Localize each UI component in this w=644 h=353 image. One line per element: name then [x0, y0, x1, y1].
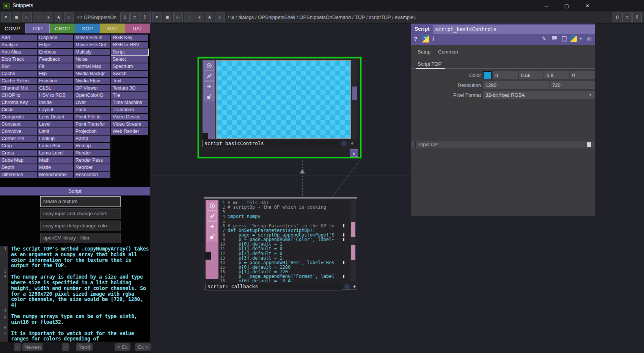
tab-dat[interactable]: DAT [125, 24, 150, 33]
operator-convolve[interactable]: Convolve [0, 128, 37, 135]
snippet-copy-input-delay-change-colo[interactable]: copy input delay change colo [40, 221, 121, 231]
operator-feedback[interactable]: Feedback [38, 56, 73, 63]
operator-chop-to[interactable]: CHOP to [0, 92, 37, 99]
operator-monochrome[interactable]: Monochrome [38, 172, 73, 178]
tab-comp[interactable]: COMP [0, 24, 25, 33]
maximize-button[interactable]: ▢ [557, 0, 576, 11]
star-icon-2[interactable]: ★ [205, 13, 214, 22]
operator-movie-file-out[interactable]: Movie File Out [74, 42, 110, 48]
operator-emboss[interactable]: Emboss [38, 49, 73, 55]
scrollbar-thumb[interactable] [352, 87, 357, 100]
operator-switch[interactable]: Switch [111, 71, 148, 77]
operator-web-render[interactable]: Web Render [111, 128, 148, 135]
operator-point-file-in[interactable]: Point File In [74, 114, 110, 120]
scrollbar-thumb[interactable] [351, 222, 355, 237]
operator-layout[interactable]: Layout [38, 107, 73, 113]
resolution-h-field[interactable]: 720 [550, 81, 595, 89]
operator-over[interactable]: Over [74, 99, 110, 106]
operator-blob-track[interactable]: Blob Track [0, 56, 37, 63]
operator-channel-mix[interactable]: Channel Mix [0, 85, 37, 91]
clipboard-icon[interactable] [561, 35, 567, 43]
operator-select[interactable]: Select [111, 56, 148, 63]
back-icon-2[interactable]: ⇦ [173, 13, 183, 22]
viewer-active-icon[interactable] [204, 61, 214, 71]
resolution-label[interactable]: Resolution [416, 82, 481, 88]
operator-cross[interactable]: Cross [0, 150, 37, 156]
op-name-field[interactable]: script_basicControls [433, 25, 595, 34]
operator-time-machine[interactable]: Time Machine [111, 99, 148, 106]
operator-movie-file-in[interactable]: Movie File In [74, 35, 110, 41]
operator-luma-level[interactable]: Luma Level [38, 150, 73, 156]
home-icon-2[interactable]: ⌂ [215, 13, 225, 22]
operator-circle[interactable]: Circle [0, 107, 37, 113]
operator-inside[interactable]: Inside [38, 99, 73, 106]
tab-sop[interactable]: SOP [75, 24, 100, 33]
add-icon-2[interactable]: + [195, 13, 204, 22]
node-name-field[interactable]: script1_callbacks [206, 283, 342, 290]
color-label[interactable]: Color [416, 72, 481, 78]
input-connector[interactable] [206, 252, 211, 260]
operator-point-transfor[interactable]: Point Transfor [74, 121, 110, 128]
operator-difference[interactable]: Difference [0, 172, 37, 178]
minimize-button[interactable]: – [537, 0, 556, 11]
operator-fit[interactable]: Fit [38, 63, 73, 70]
pane-dropdown-icon-2[interactable]: ▼ [152, 13, 162, 22]
snippet-create-a-texture[interactable]: create a texture [40, 196, 121, 207]
operator-matte[interactable]: Matte [38, 164, 73, 171]
color-g-field[interactable]: 0.56 [519, 71, 544, 79]
snippet-opencv-library-filter[interactable]: openCV library - filter [40, 233, 121, 243]
dock-down-icon[interactable]: ⇩ [140, 13, 149, 22]
operator-noise[interactable]: Noise [74, 56, 110, 63]
color-b-field[interactable]: 0.8 [544, 71, 569, 79]
operator-glsl[interactable]: GLSL [38, 85, 73, 91]
operator-luma-blur[interactable]: Luma Blur [38, 143, 73, 149]
pixel-format-label[interactable]: Pixel Format [416, 92, 481, 98]
home-icon[interactable]: ⌂ [64, 13, 74, 22]
operator-opencolorio[interactable]: OpenColorIO [74, 92, 110, 99]
operator-rgb-key[interactable]: RGB Key [111, 35, 148, 41]
node-script1-callbacks[interactable]: 1# me - this DAT2# scriptOp - the OP whi… [204, 197, 357, 290]
operator-script[interactable]: Script [111, 49, 148, 55]
python-icon[interactable] [570, 35, 577, 42]
operator-ramp[interactable]: Ramp [74, 136, 110, 142]
operator-blur[interactable]: Blur [0, 63, 37, 70]
operator-level[interactable]: Level [38, 121, 73, 128]
dat-code-view[interactable]: 1# me - this DAT2# scriptOp - the OP whi… [220, 200, 350, 282]
operator-remap[interactable]: Remap [74, 143, 110, 149]
breadcrumb[interactable]: / ui / dialogs / OPSnippetsShell / OPSni… [228, 14, 416, 20]
viewer-active-icon[interactable] [207, 201, 217, 211]
operator-render-pass[interactable]: Render Pass [74, 157, 110, 164]
parameter-page-label[interactable]: Script TOP [418, 61, 441, 67]
count-badge-2[interactable]: 0 [613, 13, 622, 22]
operator-function[interactable]: Function [38, 78, 73, 84]
newest-button[interactable]: Newest [22, 343, 43, 351]
bypass-icon[interactable] [207, 211, 217, 221]
operator-lookup[interactable]: Lookup [38, 136, 73, 142]
viewer-scrollbar[interactable] [352, 60, 357, 139]
back-icon[interactable]: ⇦ [22, 13, 32, 22]
operator-depth[interactable]: Depth [0, 164, 37, 171]
python-help-icon[interactable]: ? [422, 35, 429, 43]
node-status-dot[interactable] [344, 284, 350, 289]
operator-multiply[interactable]: Multiply [74, 49, 110, 55]
arrow-icon[interactable] [207, 221, 217, 231]
bypass-icon[interactable] [204, 71, 214, 81]
bomb-icon[interactable] [207, 232, 217, 241]
node-script-basiccontrols[interactable]: script_basicControls + ▲ [198, 57, 361, 158]
operator-cube-map[interactable]: Cube Map [0, 157, 37, 164]
comment-icon[interactable] [551, 35, 558, 43]
resolution-w-field[interactable]: 1280 [483, 81, 549, 89]
operator-displace[interactable]: Displace [38, 35, 73, 41]
operator-nvidia-flow[interactable]: Nvidia Flow [74, 78, 110, 84]
tab-top[interactable]: TOP [25, 24, 50, 33]
operator-rgb-to-hsv[interactable]: RGB to HSV [111, 42, 148, 48]
node-add-icon[interactable]: + [350, 140, 354, 146]
input-op-section[interactable]: Input OP [411, 141, 595, 148]
operator-video-stream[interactable]: Video Stream [111, 121, 148, 128]
help-icon[interactable]: ? [414, 35, 417, 42]
operator-normal-map[interactable]: Normal Map [74, 63, 110, 70]
bomb-icon[interactable] [204, 91, 214, 101]
expand-up-icon[interactable]: ▲ [350, 149, 358, 157]
operator-limit[interactable]: Limit [38, 128, 73, 135]
close-button[interactable]: ✕ [578, 0, 597, 11]
